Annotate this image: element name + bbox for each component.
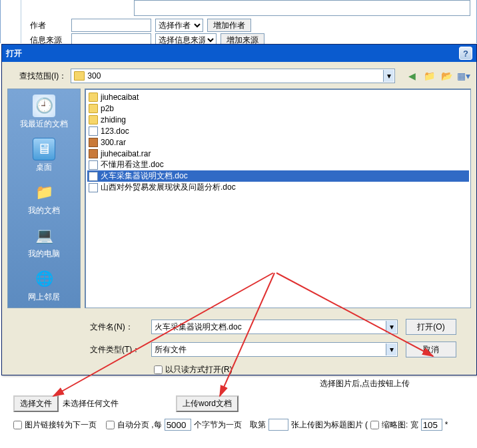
upload-hint: 选择图片后,点击按钮上传 [320, 378, 410, 389]
file-name: jiuhecaibat [101, 93, 139, 102]
sidebar-mydocs[interactable]: 📁 我的文档 [9, 180, 79, 218]
filetype-combobox[interactable]: 所有文件 ▾ [151, 342, 398, 357]
file-name: zhiding [101, 115, 126, 124]
up-folder-button[interactable]: 📁 [422, 69, 436, 83]
author-select[interactable]: 选择作者 [155, 19, 203, 32]
doc-icon [89, 160, 98, 170]
filetype-label: 文件类型(T)： [90, 344, 143, 355]
file-item[interactable]: 不懂用看这里.doc [87, 159, 469, 170]
bytes-input[interactable] [165, 419, 191, 431]
sidebar-network[interactable]: 🌐 网上邻居 [9, 266, 79, 304]
sidebar-computer[interactable]: 💻 我的电脑 [9, 223, 79, 261]
lookin-label: 查找范围(I)： [19, 71, 67, 82]
file-item[interactable]: 山西对外贸易发展现状及问题分析.doc [87, 182, 469, 193]
auto-page-checkbox[interactable] [106, 421, 115, 429]
folder-icon [89, 115, 98, 124]
back-button[interactable]: ◀ [404, 69, 419, 83]
file-name: 火车采集器说明文档.doc [101, 170, 188, 182]
file-name: jiuhecaibat.rar [101, 149, 151, 158]
background-form: 作者 选择作者 增加作者 信息来源 选择信息来源 增加来源 [0, 0, 477, 43]
thumb-suffix: * [445, 420, 448, 429]
lookin-value: 300 [87, 71, 101, 81]
sidebar-recent[interactable]: 🕘 我最近的文档 [9, 93, 79, 131]
upload-word-button[interactable]: 上传word文档 [176, 395, 238, 412]
filename-label: 文件名(N)： [90, 322, 143, 333]
open-button[interactable]: 打开(O) [406, 319, 456, 335]
folder-icon [89, 104, 98, 113]
lookin-combobox[interactable]: 300 ▾ [71, 69, 395, 83]
description-textarea[interactable] [134, 0, 470, 16]
network-icon: 🌐 [33, 268, 55, 290]
readonly-label: 以只读方式打开(R) [165, 364, 233, 375]
doc-icon [89, 183, 98, 192]
file-item[interactable]: jiuhecaibat [87, 91, 469, 103]
cancel-button[interactable]: 取消 [406, 341, 456, 357]
file-name: 山西对外贸易发展现状及问题分析.doc [101, 182, 236, 193]
sidebar-desktop[interactable]: 🖥 桌面 [9, 136, 79, 174]
folder-icon [74, 71, 85, 81]
chevron-down-icon[interactable]: ▾ [383, 70, 394, 82]
file-item[interactable]: jiuhecaibat.rar [87, 148, 469, 159]
recent-docs-icon: 🕘 [33, 95, 55, 117]
doc-icon [89, 126, 98, 136]
file-item[interactable]: zhiding [87, 114, 469, 125]
thumb-checkbox[interactable] [370, 421, 379, 429]
choose-file-button[interactable]: 选择文件 [13, 395, 59, 412]
chevron-down-icon[interactable]: ▾ [386, 321, 396, 333]
rar-icon [89, 149, 98, 158]
file-name: p2b [101, 104, 114, 113]
file-name: 不懂用看这里.doc [101, 159, 164, 170]
new-folder-button[interactable]: 📂 [439, 69, 454, 83]
filename-combobox[interactable]: 火车采集器说明文档.doc ▾ [151, 320, 398, 334]
bytes-suffix: 个字节为一页 [194, 419, 242, 431]
help-button[interactable]: ? [459, 47, 472, 60]
bottom-panel: 选择图片后,点击按钮上传 选择文件 未选择任何文件 上传word文档 图片链接转… [0, 375, 477, 431]
author-label: 作者 [27, 20, 67, 31]
desktop-icon: 🖥 [33, 138, 55, 160]
link-next-checkbox[interactable] [13, 421, 22, 429]
chevron-down-icon[interactable]: ▾ [386, 343, 396, 355]
take-nth-input[interactable] [268, 419, 288, 431]
auto-page-label: 自动分页 ,每 [117, 419, 162, 431]
dialog-titlebar[interactable]: 打开 ? [2, 45, 476, 62]
file-item[interactable]: 123.doc [87, 125, 469, 136]
views-button[interactable]: ▦▾ [456, 69, 471, 83]
dialog-title: 打开 [6, 48, 22, 59]
file-item[interactable]: p2b [87, 103, 469, 114]
places-sidebar: 🕘 我最近的文档 🖥 桌面 📁 我的文档 💻 我的电脑 🌐 网上邻 [7, 89, 81, 308]
take-prefix: 取第 [250, 419, 266, 431]
computer-icon: 💻 [33, 224, 55, 247]
mydocs-icon: 📁 [33, 181, 55, 204]
open-file-dialog: 打开 ? 查找范围(I)： 300 ▾ ◀ 📁 📂 ▦▾ 🕘 我最近的文档 [1, 44, 477, 375]
link-next-label: 图片链接转为下一页 [25, 419, 97, 431]
readonly-checkbox[interactable] [154, 365, 163, 374]
no-file-text: 未选择任何文件 [63, 398, 119, 409]
file-item[interactable]: 300.rar [87, 136, 469, 148]
add-author-button[interactable]: 增加作者 [207, 19, 251, 32]
file-name: 300.rar [101, 138, 126, 147]
file-item[interactable]: 火车采集器说明文档.doc [87, 170, 469, 182]
file-name: 123.doc [101, 126, 129, 136]
folder-icon [89, 93, 98, 102]
thumb-label: 缩略图: 宽 [382, 419, 418, 431]
rar-icon [89, 138, 98, 147]
vertical-separator [21, 0, 21, 43]
author-input[interactable] [71, 19, 151, 32]
thumb-width-input[interactable] [421, 419, 442, 431]
take-suffix: 张上传图为标题图片 ( [291, 419, 368, 431]
doc-icon [89, 172, 98, 181]
file-list[interactable]: jiuhecaibatp2bzhiding123.doc300.rarjiuhe… [85, 89, 471, 308]
